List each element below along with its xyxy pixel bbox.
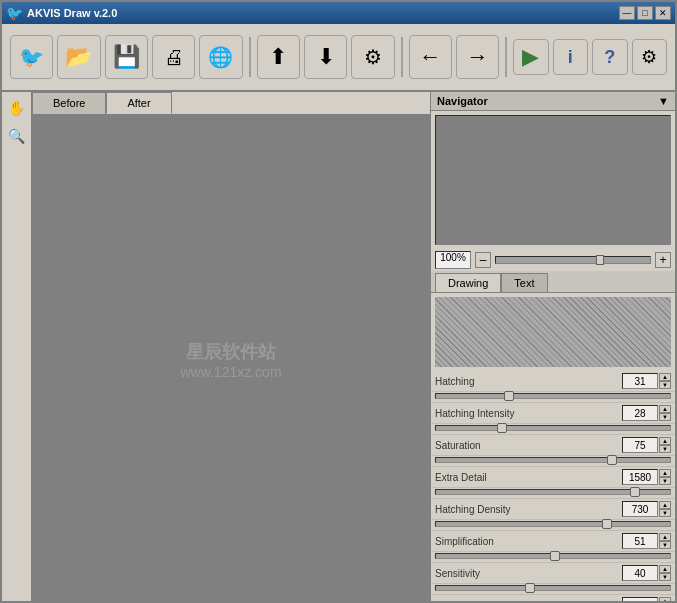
setting-value-hatching[interactable]: 31: [622, 373, 658, 389]
slider-track-extra-detail[interactable]: [435, 489, 671, 495]
setting-value-saturation[interactable]: 75: [622, 437, 658, 453]
navigator-preview[interactable]: [435, 115, 671, 245]
setting-spinner-dispersion: ▲▼: [659, 597, 671, 603]
slider-row-extra-detail: [431, 488, 675, 499]
spin-up-hatching-density[interactable]: ▲: [659, 501, 671, 509]
setting-row-hatching: Hatching31▲▼: [431, 371, 675, 392]
drawing-panel[interactable]: Drawing Text Hatching31▲▼Hatching Intens…: [431, 271, 675, 603]
setting-spinner-hatching: ▲▼: [659, 373, 671, 389]
navigator-header: Navigator ▼: [431, 92, 675, 111]
zoom-thumb[interactable]: [596, 255, 604, 265]
spin-up-sensitivity[interactable]: ▲: [659, 565, 671, 573]
toolbar-separator-2: [401, 37, 403, 77]
slider-row-sensitivity: [431, 584, 675, 595]
upload-button[interactable]: ⬆: [257, 35, 300, 79]
title-text: AKVIS Draw v.2.0: [27, 7, 117, 19]
spin-down-hatching[interactable]: ▼: [659, 381, 671, 389]
help-button[interactable]: ?: [592, 39, 627, 75]
info-button[interactable]: i: [553, 39, 588, 75]
settings-container: Hatching31▲▼Hatching Intensity28▲▼Satura…: [431, 371, 675, 603]
spin-up-hatching[interactable]: ▲: [659, 373, 671, 381]
setting-row-extra-detail: Extra Detail1580▲▼: [431, 467, 675, 488]
setting-row-saturation: Saturation75▲▼: [431, 435, 675, 456]
play-button[interactable]: ▶: [513, 39, 548, 75]
title-bar: 🐦 AKVIS Draw v.2.0 — □ ✕: [2, 2, 675, 24]
slider-thumb-saturation[interactable]: [607, 455, 617, 465]
setting-label-hatching: Hatching: [435, 376, 622, 387]
watermark: 星辰软件站 www.121xz.com: [180, 340, 281, 380]
setting-spinner-hatching-intensity: ▲▼: [659, 405, 671, 421]
slider-track-saturation[interactable]: [435, 457, 671, 463]
spin-up-hatching-intensity[interactable]: ▲: [659, 405, 671, 413]
zoom-tool[interactable]: 🔍: [5, 124, 29, 148]
minimize-button[interactable]: —: [619, 6, 635, 20]
setting-value-hatching-density[interactable]: 730: [622, 501, 658, 517]
left-tools: ✋ 🔍: [2, 92, 32, 603]
spin-down-saturation[interactable]: ▼: [659, 445, 671, 453]
toolbar-separator-1: [249, 37, 251, 77]
slider-thumb-simplification[interactable]: [550, 551, 560, 561]
tab-text[interactable]: Text: [501, 273, 547, 292]
spin-down-hatching-intensity[interactable]: ▼: [659, 413, 671, 421]
slider-track-hatching-density[interactable]: [435, 521, 671, 527]
canvas-area: Before After 星辰软件站 www.121xz.com: [32, 92, 430, 603]
spin-down-extra-detail[interactable]: ▼: [659, 477, 671, 485]
slider-thumb-hatching[interactable]: [504, 391, 514, 401]
slider-row-saturation: [431, 456, 675, 467]
setting-row-simplification: Simplification51▲▼: [431, 531, 675, 552]
navigator-arrow: ▼: [658, 95, 669, 107]
spin-up-dispersion[interactable]: ▲: [659, 597, 671, 603]
zoom-in-button[interactable]: +: [655, 252, 671, 268]
setting-spinner-sensitivity: ▲▼: [659, 565, 671, 581]
tab-after[interactable]: After: [106, 92, 171, 114]
setting-value-hatching-intensity[interactable]: 28: [622, 405, 658, 421]
setting-label-sensitivity: Sensitivity: [435, 568, 622, 579]
slider-thumb-hatching-density[interactable]: [602, 519, 612, 529]
forward-button[interactable]: →: [456, 35, 499, 79]
setting-row-sensitivity: Sensitivity40▲▼: [431, 563, 675, 584]
toolbar-separator-3: [505, 37, 507, 77]
close-button[interactable]: ✕: [655, 6, 671, 20]
preview-thumbnail: [435, 297, 671, 367]
setting-spinner-saturation: ▲▼: [659, 437, 671, 453]
spin-down-hatching-density[interactable]: ▼: [659, 509, 671, 517]
main-area: ✋ 🔍 Before After 星辰软件站 www.121xz.com Nav…: [2, 92, 675, 603]
slider-thumb-sensitivity[interactable]: [525, 583, 535, 593]
logo-button[interactable]: 🐦: [10, 35, 53, 79]
tab-drawing[interactable]: Drawing: [435, 273, 501, 292]
zoom-track[interactable]: [495, 256, 651, 264]
canvas-view[interactable]: 星辰软件站 www.121xz.com: [32, 115, 430, 603]
settings-button[interactable]: ⚙: [351, 35, 394, 79]
slider-thumb-extra-detail[interactable]: [630, 487, 640, 497]
download-button[interactable]: ⬇: [304, 35, 347, 79]
maximize-button[interactable]: □: [637, 6, 653, 20]
spin-up-saturation[interactable]: ▲: [659, 437, 671, 445]
save-button[interactable]: 💾: [105, 35, 148, 79]
web-button[interactable]: 🌐: [199, 35, 242, 79]
slider-track-hatching-intensity[interactable]: [435, 425, 671, 431]
thumb-pixels: [435, 297, 671, 367]
print-button[interactable]: 🖨: [152, 35, 195, 79]
setting-spinner-hatching-density: ▲▼: [659, 501, 671, 517]
setting-value-extra-detail[interactable]: 1580: [622, 469, 658, 485]
spin-up-extra-detail[interactable]: ▲: [659, 469, 671, 477]
zoom-out-button[interactable]: –: [475, 252, 491, 268]
slider-row-hatching: [431, 392, 675, 403]
setting-value-dispersion[interactable]: 7: [622, 597, 658, 603]
spin-down-simplification[interactable]: ▼: [659, 541, 671, 549]
spin-down-sensitivity[interactable]: ▼: [659, 573, 671, 581]
setting-spinner-simplification: ▲▼: [659, 533, 671, 549]
slider-track-simplification[interactable]: [435, 553, 671, 559]
setting-value-sensitivity[interactable]: 40: [622, 565, 658, 581]
spin-up-simplification[interactable]: ▲: [659, 533, 671, 541]
slider-track-sensitivity[interactable]: [435, 585, 671, 591]
back-button[interactable]: ←: [409, 35, 452, 79]
preferences-button[interactable]: ⚙: [632, 39, 667, 75]
setting-value-simplification[interactable]: 51: [622, 533, 658, 549]
hand-tool[interactable]: ✋: [5, 96, 29, 120]
tab-before[interactable]: Before: [32, 92, 106, 114]
slider-thumb-hatching-intensity[interactable]: [497, 423, 507, 433]
slider-track-hatching[interactable]: [435, 393, 671, 399]
open-button[interactable]: 📂: [57, 35, 100, 79]
zoom-value[interactable]: 100%: [435, 251, 471, 269]
